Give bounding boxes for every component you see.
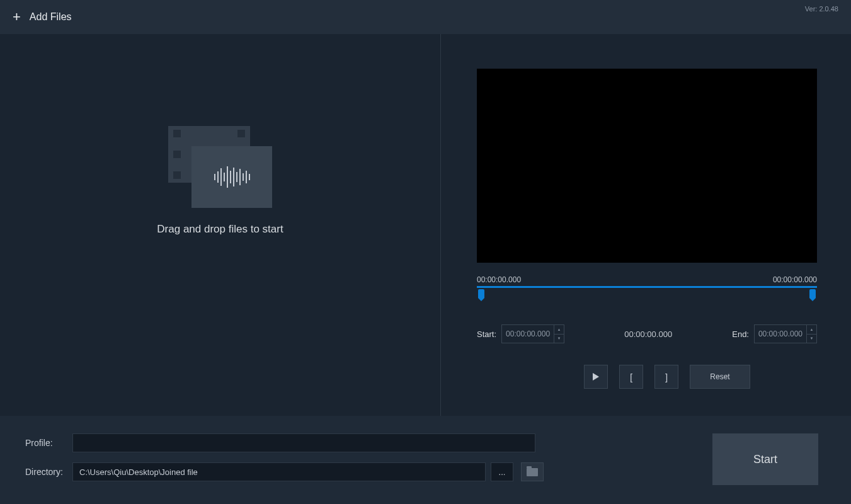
plus-icon: + (13, 10, 21, 24)
mark-out-button[interactable]: ] (654, 365, 678, 389)
directory-label: Directory: (25, 467, 72, 477)
audio-wave-icon (191, 146, 272, 208)
start-time-value: 00:00:00.000 (502, 325, 554, 343)
mark-in-button[interactable]: [ (619, 365, 643, 389)
playback-controls: [ ] Reset (584, 365, 817, 389)
drop-graphic (168, 126, 272, 208)
end-time-value: 00:00:00.000 (755, 325, 806, 343)
current-time: 00:00:00.000 (624, 329, 672, 339)
start-label: Start: (477, 329, 496, 339)
main-area: Drag and drop files to start 00:00:00.00… (0, 34, 851, 416)
add-files-label: Add Files (30, 11, 72, 23)
add-files-button[interactable]: + Add Files (13, 10, 72, 24)
header: + Add Files Ver: 2.0.48 (0, 0, 851, 34)
timeline-section: 00:00:00.000 00:00:00.000 (477, 275, 817, 301)
timeline-handle-start[interactable] (478, 289, 484, 298)
open-folder-button[interactable] (521, 462, 544, 481)
profile-label: Profile: (25, 438, 72, 448)
timeline-start-time: 00:00:00.000 (477, 275, 521, 284)
video-preview[interactable] (477, 69, 817, 263)
end-label: End: (732, 329, 749, 339)
start-button[interactable]: Start (712, 433, 818, 485)
bottom-bar: Profile: Directory: C:\Users\Qiu\Desktop… (0, 416, 851, 504)
start-time-input[interactable]: 00:00:00.000 ▲ ▼ (501, 324, 564, 343)
reset-button[interactable]: Reset (690, 365, 750, 389)
browse-button[interactable]: ... (491, 462, 513, 481)
profile-input[interactable] (72, 433, 535, 452)
version-label: Ver: 2.0.48 (805, 5, 838, 13)
start-spin-up[interactable]: ▲ (554, 325, 564, 335)
directory-input[interactable]: C:\Users\Qiu\Desktop\Joined file (72, 462, 486, 481)
time-inputs-row: Start: 00:00:00.000 ▲ ▼ 00:00:00.000 End… (477, 324, 817, 343)
start-spin-down[interactable]: ▼ (554, 335, 564, 343)
play-icon (593, 373, 599, 381)
timeline-slider[interactable] (477, 285, 817, 301)
play-button[interactable] (584, 365, 608, 389)
file-drop-panel[interactable]: Drag and drop files to start (0, 34, 441, 416)
end-spin-down[interactable]: ▼ (807, 335, 816, 343)
end-time-input[interactable]: 00:00:00.000 ▲ ▼ (754, 324, 817, 343)
end-spin-up[interactable]: ▲ (807, 325, 816, 335)
timeline-end-time: 00:00:00.000 (773, 275, 817, 284)
drop-text: Drag and drop files to start (157, 223, 283, 236)
folder-icon (527, 468, 538, 476)
preview-panel: 00:00:00.000 00:00:00.000 Start: 00:00:0… (441, 34, 851, 416)
timeline-handle-end[interactable] (809, 289, 816, 298)
